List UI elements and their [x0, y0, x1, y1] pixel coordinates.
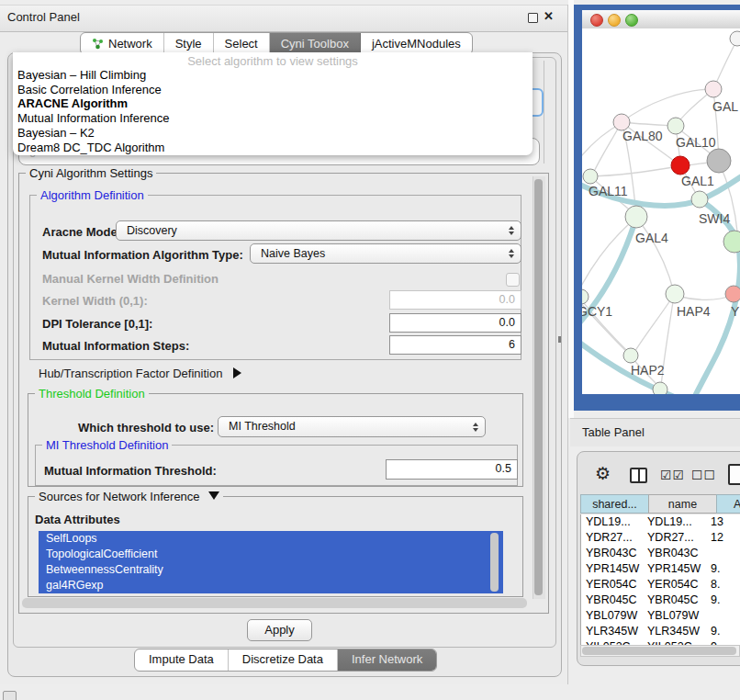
- inference-algorithm-group-border: [544, 61, 544, 164]
- attributes-scrollbar-thumb[interactable]: [490, 533, 499, 592]
- attribute-item-betweennesscentrality[interactable]: BetweennessCentrality: [39, 562, 503, 578]
- aracne-mode-combo[interactable]: Discovery: [116, 220, 521, 241]
- dpi-tolerance-field[interactable]: 0.0: [389, 313, 521, 333]
- which-threshold-value: MI Threshold: [229, 417, 485, 436]
- float-window-icon[interactable]: [528, 13, 538, 23]
- zoom-traffic-light-icon[interactable]: [625, 14, 638, 27]
- close-traffic-light-icon[interactable]: [590, 14, 603, 27]
- which-threshold-combo[interactable]: MI Threshold: [218, 416, 486, 437]
- data-attributes-list[interactable]: SelfLoopsTopologicalCoefficientBetweenne…: [39, 531, 503, 593]
- table-cell: YBR045C: [642, 593, 703, 608]
- network-edge: [637, 219, 674, 292]
- network-node[interactable]: [705, 81, 722, 97]
- select-all-checkboxes-icon[interactable]: ☑☑: [660, 468, 685, 482]
- attribute-item-topologicalcoefficient[interactable]: TopologicalCoefficient: [39, 547, 503, 562]
- table-row[interactable]: YDR27...YDR27...12: [581, 530, 740, 546]
- node-label-gcy1: GCY1: [582, 304, 612, 319]
- network-node[interactable]: [691, 191, 708, 208]
- control-panel-titlebar: [0, 5, 567, 32]
- tab-jactivemnodules[interactable]: jActiveMNodules: [361, 33, 472, 54]
- table-row[interactable]: YDL19...YDL19...13: [581, 514, 740, 530]
- import-table-icon[interactable]: [728, 464, 740, 485]
- network-tab-icon: [92, 38, 104, 50]
- bottom-tab-infer-network[interactable]: Infer Network: [338, 649, 436, 671]
- columns-icon[interactable]: [630, 468, 647, 483]
- network-node[interactable]: [625, 206, 647, 228]
- column-header-name[interactable]: name: [648, 494, 717, 514]
- algorithm-option-bayesian-k2[interactable]: Bayesian – K2: [17, 126, 528, 141]
- table-cell: YPR145W: [581, 561, 642, 577]
- tab-label: jActiveMNodules: [372, 34, 461, 54]
- network-node[interactable]: [723, 231, 740, 253]
- network-node[interactable]: [582, 289, 589, 304]
- table-cell: YBR043C: [642, 546, 703, 561]
- bottom-tab-impute-data[interactable]: Impute Data: [135, 649, 229, 671]
- column-header-clipped[interactable]: A: [716, 494, 740, 514]
- node-label-gal11: GAL11: [589, 184, 628, 198]
- network-edge: [677, 295, 733, 299]
- algorithm-option-mutual-information-inference[interactable]: Mutual Information Inference: [17, 111, 528, 126]
- tab-cyni-toolbox[interactable]: Cyni Toolbox: [270, 33, 361, 54]
- attribute-item-gal4rgexp[interactable]: gal4RGexp: [39, 578, 503, 593]
- sources-title: Sources for Network Inference: [39, 490, 200, 503]
- table-row[interactable]: YLR345WYLR345W9.: [581, 624, 740, 639]
- settings-horizontal-scrollbar[interactable]: [22, 598, 527, 608]
- table-cell: YDL19...: [581, 514, 642, 530]
- tab-label: Network: [108, 34, 152, 54]
- settings-vertical-scrollbar-thumb[interactable]: [534, 179, 543, 595]
- mi-type-label: Mutual Information Algorithm Type:: [42, 248, 243, 262]
- network-node[interactable]: [653, 382, 667, 394]
- table-row[interactable]: YBR045CYBR045C9.: [581, 593, 740, 608]
- table-horizontal-scrollbar-thumb[interactable]: [582, 647, 736, 655]
- mi-type-combo[interactable]: Naive Bayes: [250, 243, 521, 264]
- manual-kernel-checkbox[interactable]: [506, 273, 520, 287]
- network-node[interactable]: [671, 156, 690, 175]
- mi-steps-field[interactable]: 6: [389, 335, 521, 355]
- table-row[interactable]: YPR145WYPR145W9.: [581, 561, 740, 577]
- network-canvas[interactable]: GALGAL80GAL10GAL1GAL11SWI4GAL4GCY1HAP4YH…: [582, 28, 740, 394]
- table-row[interactable]: YBL079WYBL079W: [581, 608, 740, 624]
- network-node[interactable]: [725, 286, 740, 302]
- table-cell: YLR345W: [642, 624, 703, 639]
- network-node[interactable]: [667, 118, 684, 134]
- table-row[interactable]: YER054CYER054C8.: [581, 577, 740, 593]
- node-table[interactable]: YDL19...YDL19...13YDR27...YDR27...12YBR0…: [580, 514, 740, 645]
- table-cell: 9.: [703, 624, 740, 639]
- network-node[interactable]: [623, 348, 638, 363]
- tab-select[interactable]: Select: [214, 33, 270, 54]
- column-header-shared-name[interactable]: shared...: [580, 494, 649, 514]
- node-label-gal10: GAL10: [676, 135, 716, 150]
- table-cell: 12: [703, 530, 740, 546]
- mi-threshold-field[interactable]: 0.5: [386, 459, 518, 480]
- node-label-gal4: GAL4: [635, 231, 668, 245]
- network-node[interactable]: [730, 31, 740, 46]
- network-node[interactable]: [666, 285, 684, 303]
- dock-panel-icon[interactable]: [3, 691, 17, 700]
- node-label-gal: GAL: [712, 99, 738, 114]
- tab-network[interactable]: Network: [81, 33, 164, 54]
- aracne-mode-value: Discovery: [127, 221, 521, 240]
- table-cell: 9.: [703, 561, 740, 577]
- algorithm-option-dream8-dc-tdc-algorithm[interactable]: Dream8 DC_TDC Algorithm: [17, 141, 528, 155]
- node-label-hap4: HAP4: [677, 304, 711, 319]
- apply-button[interactable]: Apply: [247, 619, 312, 641]
- algorithm-option-bayesian-hill-climbing[interactable]: Bayesian – Hill Climbing: [17, 68, 528, 83]
- deselect-all-checkboxes-icon[interactable]: ☐☐: [691, 468, 716, 482]
- network-node[interactable]: [583, 169, 598, 184]
- gear-icon[interactable]: ⚙: [595, 463, 611, 484]
- table-row[interactable]: YBR043CYBR043C: [581, 546, 740, 561]
- splitter-handle[interactable]: [558, 336, 561, 343]
- tab-style[interactable]: Style: [164, 33, 214, 54]
- algorithm-option-aracne-algorithm[interactable]: ARACNE Algorithm: [17, 96, 528, 111]
- attribute-item-selfloops[interactable]: SelfLoops: [39, 531, 503, 547]
- network-graph: GALGAL80GAL10GAL1GAL11SWI4GAL4GCY1HAP4YH…: [582, 28, 740, 394]
- close-icon[interactable]: ✕: [544, 9, 554, 23]
- network-node[interactable]: [707, 149, 731, 173]
- bottom-tab-discretize-data[interactable]: Discretize Data: [229, 649, 338, 671]
- hub-definition-expander[interactable]: Hub/Transcription Factor Definition: [39, 367, 241, 380]
- spinner-arrows-icon: [473, 423, 478, 432]
- sources-group-label[interactable]: Sources for Network Inference: [35, 490, 223, 503]
- algorithm-option-basic-correlation-inference[interactable]: Basic Correlation Inference: [17, 83, 528, 97]
- kernel-width-field[interactable]: 0.0: [389, 290, 521, 310]
- minimize-traffic-light-icon[interactable]: [608, 14, 621, 27]
